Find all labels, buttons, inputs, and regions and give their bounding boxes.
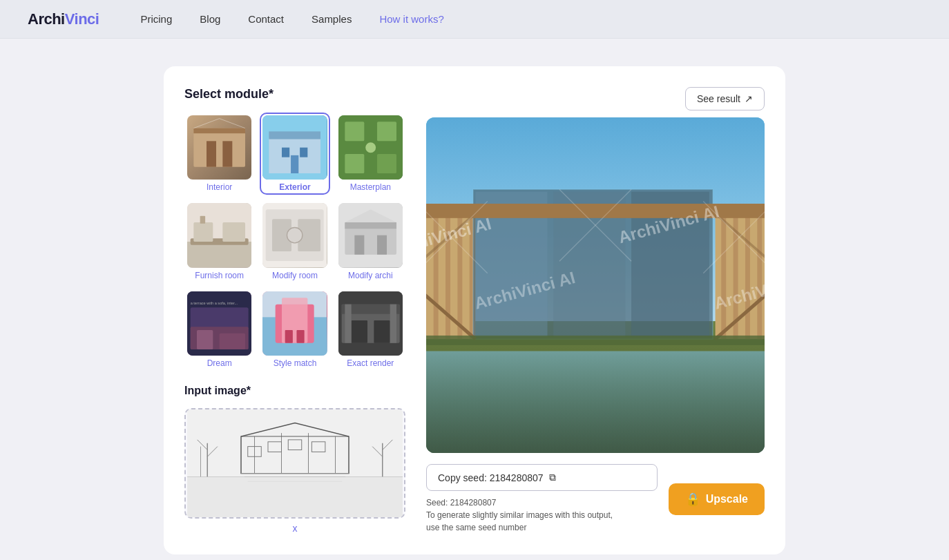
svg-rect-79 (426, 351, 765, 453)
svg-point-17 (365, 142, 376, 153)
right-top-bar: See result ↗ (426, 87, 765, 110)
module-exact-render[interactable]: Exact render (336, 289, 405, 371)
input-section-title: Input image* (184, 385, 405, 397)
module-exact-render-label: Exact render (347, 358, 394, 368)
seed-line2: To generate slightly similar images with… (426, 509, 658, 521)
main-nav: Pricing Blog Contact Samples How it work… (140, 13, 443, 25)
module-thumb-masterplan (338, 115, 403, 180)
bottom-actions: Copy seed: 2184280807 ⧉ Seed: 2184280807… (426, 464, 765, 534)
module-thumb-modify-room (262, 203, 327, 267)
svg-rect-23 (200, 216, 205, 224)
right-panel: See result ↗ (426, 87, 765, 534)
site-header: ArchiVinci Pricing Blog Contact Samples … (0, 0, 949, 39)
svg-rect-19 (187, 242, 251, 267)
image-upload-area[interactable] (184, 408, 405, 519)
svg-rect-8 (269, 131, 321, 139)
svg-rect-55 (187, 477, 403, 518)
result-image: ArchiVinci AI ArchiVinci AI ArchiVinci A… (426, 117, 765, 453)
see-result-button[interactable]: See result ↗ (685, 87, 765, 110)
module-dream-label: Dream (207, 358, 232, 368)
copy-seed-label: Copy seed: 2184280807 (438, 472, 544, 483)
main-container: Select module* Interior (0, 39, 949, 560)
main-card: Select module* Interior (164, 66, 785, 554)
left-panel: Select module* Interior (184, 87, 405, 534)
see-result-label: See result (697, 93, 740, 104)
module-grid: Interior Exterior (184, 113, 405, 371)
module-thumb-style-match (262, 291, 327, 356)
svg-rect-21 (193, 222, 213, 242)
svg-rect-39 (197, 330, 213, 349)
svg-rect-3 (222, 141, 232, 166)
svg-rect-10 (300, 148, 307, 157)
svg-rect-31 (345, 222, 396, 229)
upscale-button[interactable]: 🔒 Upscale (669, 483, 765, 515)
copy-seed-button[interactable]: Copy seed: 2184280807 ⧉ (426, 464, 658, 491)
copy-icon: ⧉ (549, 472, 556, 483)
logo[interactable]: ArchiVinci (28, 10, 99, 28)
svg-rect-11 (291, 155, 298, 173)
svg-rect-33 (377, 235, 387, 255)
svg-point-28 (287, 228, 303, 243)
svg-rect-99 (721, 213, 726, 339)
svg-rect-52 (345, 304, 351, 342)
module-masterplan-label: Masterplan (350, 182, 391, 192)
svg-rect-0 (193, 128, 245, 167)
module-interior[interactable]: Interior (184, 113, 254, 195)
svg-rect-101 (745, 213, 750, 339)
svg-rect-50 (351, 320, 367, 343)
svg-rect-40 (220, 333, 245, 349)
seed-line3: use the same seed number (426, 521, 658, 534)
svg-rect-32 (354, 235, 364, 255)
module-thumb-interior (187, 115, 251, 180)
nav-samples[interactable]: Samples (311, 13, 352, 25)
module-modify-room[interactable]: Modify room (260, 200, 329, 282)
nav-contact[interactable]: Contact (248, 13, 284, 25)
svg-rect-46 (297, 330, 305, 343)
module-modify-room-label: Modify room (272, 271, 318, 280)
module-masterplan[interactable]: Masterplan (336, 113, 405, 195)
svg-rect-13 (345, 122, 364, 141)
seed-section: Copy seed: 2184280807 ⧉ Seed: 2184280807… (426, 464, 658, 534)
nav-pricing[interactable]: Pricing (140, 13, 172, 25)
svg-rect-45 (285, 330, 293, 343)
module-thumb-modify-archi (338, 203, 403, 267)
module-thumb-dream: a terrace with a sofa, inter... (187, 291, 251, 356)
svg-line-4 (193, 119, 219, 128)
nav-how-it-works[interactable]: How it works? (379, 13, 443, 25)
module-dream[interactable]: a terrace with a sofa, inter... Dream (184, 289, 254, 371)
svg-rect-14 (377, 122, 396, 141)
module-thumb-exterior (262, 115, 327, 180)
svg-rect-16 (377, 154, 396, 173)
module-exterior-label: Exterior (279, 182, 310, 192)
svg-rect-2 (207, 141, 216, 166)
module-exterior[interactable]: Exterior (260, 113, 329, 195)
result-image-area: ArchiVinci AI ArchiVinci AI ArchiVinci A… (426, 117, 765, 453)
svg-text:a terrace with a sofa, inter..: a terrace with a sofa, inter... (191, 300, 238, 305)
upscale-label: Upscale (706, 493, 748, 505)
seed-info: Seed: 2184280807 To generate slightly si… (426, 496, 658, 534)
svg-rect-115 (426, 336, 765, 345)
svg-rect-9 (282, 148, 289, 157)
module-furnish-room-label: Furnish room (195, 271, 244, 280)
module-interior-label: Interior (207, 182, 232, 192)
module-furnish-room[interactable]: Furnish room (184, 200, 254, 282)
remove-image-button[interactable]: x (184, 523, 405, 534)
seed-line1: Seed: 2184280807 (426, 496, 658, 509)
svg-line-5 (220, 119, 245, 128)
svg-rect-102 (757, 213, 762, 339)
svg-rect-22 (222, 222, 245, 242)
module-style-match[interactable]: Style match (260, 289, 329, 371)
svg-rect-15 (345, 154, 364, 173)
svg-rect-1 (193, 128, 245, 133)
module-style-match-label: Style match (274, 358, 317, 368)
nav-blog[interactable]: Blog (200, 13, 220, 25)
module-section-title: Select module* (184, 87, 405, 102)
module-thumb-exact-render (338, 291, 403, 356)
svg-rect-51 (374, 320, 390, 343)
lock-icon: 🔒 (685, 492, 700, 507)
svg-rect-53 (390, 304, 396, 342)
external-link-icon: ↗ (745, 93, 753, 104)
module-thumb-furnish (187, 203, 251, 267)
module-modify-archi[interactable]: Modify archi (336, 200, 405, 282)
input-section: Input image* (184, 385, 405, 534)
